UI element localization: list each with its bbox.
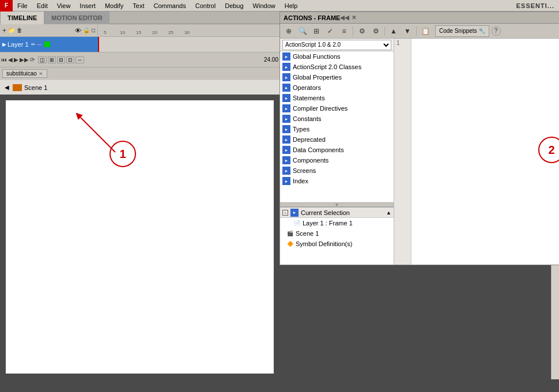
collapse-btn[interactable]: ▲ bbox=[387, 25, 400, 37]
list-item[interactable]: ► ActionScript 2.0 Classes bbox=[280, 62, 394, 72]
frame-icon[interactable]: □ bbox=[92, 27, 95, 34]
cs-header-label: Current Selection bbox=[301, 209, 350, 216]
toolbar-sep-3 bbox=[416, 27, 417, 36]
list-item[interactable]: ► Constants bbox=[280, 114, 394, 124]
list-item-icon: ► bbox=[282, 177, 290, 185]
cs-scroll-up[interactable]: ▲ bbox=[386, 210, 391, 216]
current-selection-header: - ► Current Selection ▲ bbox=[280, 208, 394, 218]
help-options-btn[interactable]: 📋 bbox=[419, 25, 432, 37]
playhead-marker bbox=[98, 37, 99, 52]
layer-edit-icon[interactable]: ✏ bbox=[31, 42, 36, 47]
frame-ctrl-3[interactable]: ⊟ bbox=[57, 56, 65, 63]
list-item[interactable]: ► Components bbox=[280, 155, 394, 165]
cs-item[interactable]: 📄 Layer 1 : Frame 1 bbox=[280, 218, 394, 228]
nav-back-icon[interactable]: ◀ bbox=[5, 84, 9, 91]
list-item[interactable]: ► Screens bbox=[280, 165, 394, 176]
frame-ctrl-2[interactable]: ⊞ bbox=[48, 56, 56, 63]
layer-folder-icon[interactable]: 📁 bbox=[8, 27, 15, 33]
frame-ctrl-1[interactable]: ◫ bbox=[38, 56, 47, 63]
scene-tab[interactable]: substituicao ✕ bbox=[2, 69, 47, 78]
menu-debug[interactable]: Debug bbox=[220, 1, 248, 10]
list-item-icon: ► bbox=[282, 73, 290, 81]
menu-insert[interactable]: Insert bbox=[75, 1, 100, 10]
wrench-icon: 🔧 bbox=[478, 28, 485, 34]
resize-handle[interactable]: ▼ bbox=[280, 202, 394, 207]
loop-icon[interactable]: ⟳ bbox=[30, 56, 35, 63]
menu-help[interactable]: Help bbox=[280, 1, 303, 10]
layer-add-icon[interactable]: + bbox=[2, 27, 6, 35]
timeline-ruler-row: + 📁 🗑 👁 🔒 □ // Will be done in JS bbox=[0, 24, 280, 37]
menu-control[interactable]: Control bbox=[191, 1, 220, 10]
list-item-label: Data Components bbox=[293, 146, 344, 153]
play-icon[interactable]: ⏮ bbox=[1, 56, 7, 63]
code-snippets-btn[interactable]: Code Snippets 🔧 bbox=[435, 25, 489, 37]
menu-view[interactable]: View bbox=[52, 1, 75, 10]
scene-bar: substituicao ✕ bbox=[0, 67, 280, 80]
annotation-circle-1: 1 bbox=[109, 141, 136, 167]
main-area: TIMELINE MOTION EDITOR + 📁 🗑 👁 🔒 □ bbox=[0, 12, 559, 379]
auto-format-btn[interactable]: ≡ bbox=[338, 25, 350, 37]
app-logo: F bbox=[0, 0, 13, 12]
play-btn[interactable]: ▶ bbox=[14, 56, 18, 63]
list-item[interactable]: ► Statements bbox=[280, 93, 394, 103]
list-item[interactable]: ► Compiler Directives bbox=[280, 103, 394, 114]
step-fwd-icon[interactable]: ▶▶ bbox=[20, 56, 29, 63]
canvas-area: 1 bbox=[0, 95, 280, 379]
list-item[interactable]: ► Index bbox=[280, 176, 394, 186]
cs-item[interactable]: 🔶 Symbol Definition(s) bbox=[280, 239, 394, 249]
menu-text[interactable]: Text bbox=[128, 1, 149, 10]
menu-file[interactable]: File bbox=[13, 1, 32, 10]
list-item[interactable]: ► Data Components bbox=[280, 145, 394, 155]
cs-item-icon2: 🎬 bbox=[287, 231, 293, 236]
eye-icon[interactable]: 👁 bbox=[75, 27, 81, 34]
menu-modify[interactable]: Modify bbox=[100, 1, 128, 10]
menubar: F File Edit View Insert Modify Text Comm… bbox=[0, 0, 559, 12]
close-tab-icon[interactable]: ✕ bbox=[39, 71, 43, 77]
add-statement-btn[interactable]: ⊕ bbox=[282, 25, 295, 37]
list-item[interactable]: ► Deprecated bbox=[280, 134, 394, 145]
green-dot bbox=[44, 42, 50, 47]
expand-btn[interactable]: ▼ bbox=[401, 25, 414, 37]
lock-icon[interactable]: 🔒 bbox=[83, 27, 90, 34]
list-item-label: Constants bbox=[293, 115, 322, 122]
panel-close-icon[interactable]: ✕ bbox=[352, 14, 356, 21]
tab-motion-editor[interactable]: MOTION EDITOR bbox=[44, 12, 109, 24]
editor-content[interactable] bbox=[411, 39, 559, 265]
menu-window[interactable]: Window bbox=[248, 1, 280, 10]
list-item-icon: ► bbox=[282, 146, 290, 154]
step-back-icon[interactable]: ◀ bbox=[8, 56, 13, 63]
list-item[interactable]: ► Types bbox=[280, 124, 394, 134]
line-number-1: 1 bbox=[396, 40, 400, 46]
list-item-icon: ► bbox=[282, 167, 290, 175]
script-dropdown[interactable]: ActionScript 1.0 & 2.0 bbox=[282, 40, 391, 50]
menu-edit[interactable]: Edit bbox=[32, 1, 52, 10]
panel-collapse-icon[interactable]: ◀◀ bbox=[340, 14, 349, 21]
frame-number-display: 24.00 bbox=[264, 56, 278, 63]
panel-left-pane: ActionScript 1.0 & 2.0 ► Global Function… bbox=[280, 39, 394, 265]
canvas-white bbox=[6, 100, 274, 374]
list-item-label: Compiler Directives bbox=[293, 105, 348, 112]
debug-options-btn[interactable]: ⚙ bbox=[356, 25, 368, 37]
frame-cells bbox=[98, 37, 280, 52]
remote-debug-btn[interactable]: ⚙ bbox=[369, 25, 382, 37]
list-item[interactable]: ► Global Functions bbox=[280, 51, 394, 62]
find-btn[interactable]: 🔍 bbox=[296, 25, 309, 37]
cs-collapse-btn[interactable]: - bbox=[282, 210, 288, 216]
frame-ctrl-4[interactable]: ⊡ bbox=[66, 56, 74, 63]
layer-name: Layer 1 bbox=[7, 41, 29, 48]
cs-item-icon3: 🔶 bbox=[287, 241, 293, 247]
list-item[interactable]: ► Operators bbox=[280, 82, 394, 93]
help-btn[interactable]: ? bbox=[492, 27, 501, 36]
tab-timeline[interactable]: TIMELINE bbox=[0, 12, 44, 24]
insert-target-btn[interactable]: ⊞ bbox=[310, 25, 323, 37]
list-item-icon: ► bbox=[282, 63, 290, 71]
layer-dot3: · bbox=[40, 41, 42, 48]
dropdown-row: ActionScript 1.0 & 2.0 bbox=[280, 39, 394, 51]
layer-delete-icon[interactable]: 🗑 bbox=[17, 27, 22, 33]
check-syntax-btn[interactable]: ✓ bbox=[324, 25, 337, 37]
list-item[interactable]: ► Global Properties bbox=[280, 72, 394, 82]
cs-item[interactable]: 🎬 Scene 1 bbox=[280, 228, 394, 239]
list-item-label: Statements bbox=[293, 95, 325, 101]
frame-ctrl-5[interactable]: ↔ bbox=[75, 56, 84, 63]
menu-commands[interactable]: Commands bbox=[149, 1, 190, 10]
